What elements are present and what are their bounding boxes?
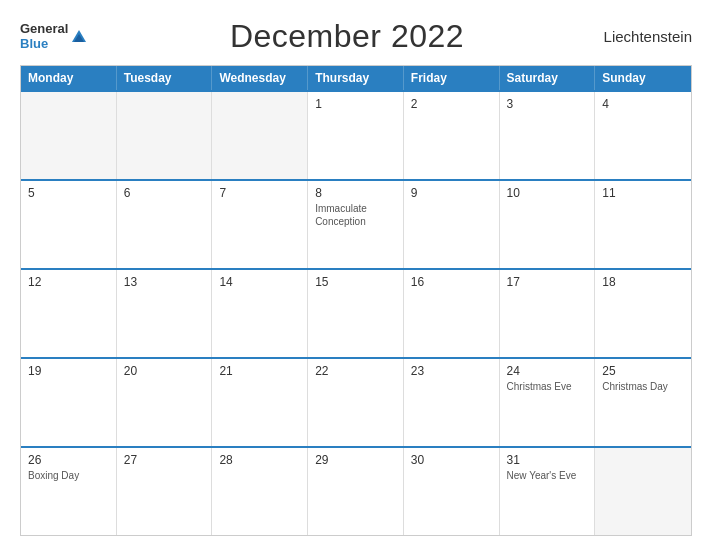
column-header-sunday: Sunday bbox=[595, 66, 691, 90]
day-cell: 22 bbox=[308, 359, 404, 446]
day-number: 13 bbox=[124, 275, 205, 289]
country: Liechtenstein bbox=[604, 28, 692, 45]
day-cell: 20 bbox=[117, 359, 213, 446]
column-header-wednesday: Wednesday bbox=[212, 66, 308, 90]
day-number: 2 bbox=[411, 97, 492, 111]
event-label: New Year's Eve bbox=[507, 469, 588, 482]
column-header-friday: Friday bbox=[404, 66, 500, 90]
week-row-4: 192021222324Christmas Eve25Christmas Day bbox=[21, 357, 691, 446]
day-cell: 10 bbox=[500, 181, 596, 268]
day-number: 11 bbox=[602, 186, 684, 200]
column-header-monday: Monday bbox=[21, 66, 117, 90]
day-number: 24 bbox=[507, 364, 588, 378]
logo-icon bbox=[70, 28, 88, 46]
day-cell bbox=[595, 448, 691, 535]
logo-text-stack: General Blue bbox=[20, 22, 68, 51]
day-cell: 23 bbox=[404, 359, 500, 446]
day-number: 17 bbox=[507, 275, 588, 289]
event-label: Christmas Eve bbox=[507, 380, 588, 393]
day-cell bbox=[117, 92, 213, 179]
day-number: 21 bbox=[219, 364, 300, 378]
week-row-1: 1234 bbox=[21, 90, 691, 179]
day-cell: 29 bbox=[308, 448, 404, 535]
day-cell: 2 bbox=[404, 92, 500, 179]
logo: General Blue bbox=[20, 22, 90, 51]
day-number: 12 bbox=[28, 275, 109, 289]
day-cell: 6 bbox=[117, 181, 213, 268]
day-number: 16 bbox=[411, 275, 492, 289]
day-number: 6 bbox=[124, 186, 205, 200]
week-row-5: 26Boxing Day2728293031New Year's Eve bbox=[21, 446, 691, 535]
logo-blue: Blue bbox=[20, 37, 68, 51]
day-cell: 12 bbox=[21, 270, 117, 357]
day-cell: 30 bbox=[404, 448, 500, 535]
day-number: 4 bbox=[602, 97, 684, 111]
day-cell: 15 bbox=[308, 270, 404, 357]
day-cell: 18 bbox=[595, 270, 691, 357]
calendar-grid: MondayTuesdayWednesdayThursdayFridaySatu… bbox=[20, 65, 692, 536]
day-cell: 1 bbox=[308, 92, 404, 179]
day-cell: 4 bbox=[595, 92, 691, 179]
day-cell: 13 bbox=[117, 270, 213, 357]
day-number: 5 bbox=[28, 186, 109, 200]
day-cell: 3 bbox=[500, 92, 596, 179]
day-number: 28 bbox=[219, 453, 300, 467]
day-number: 1 bbox=[315, 97, 396, 111]
day-number: 18 bbox=[602, 275, 684, 289]
day-number: 26 bbox=[28, 453, 109, 467]
weeks-container: 12345678Immaculate Conception91011121314… bbox=[21, 90, 691, 535]
day-number: 29 bbox=[315, 453, 396, 467]
day-cell: 7 bbox=[212, 181, 308, 268]
day-cell: 9 bbox=[404, 181, 500, 268]
column-header-tuesday: Tuesday bbox=[117, 66, 213, 90]
day-cell: 19 bbox=[21, 359, 117, 446]
day-number: 31 bbox=[507, 453, 588, 467]
day-cell: 16 bbox=[404, 270, 500, 357]
event-label: Christmas Day bbox=[602, 380, 684, 393]
day-number: 19 bbox=[28, 364, 109, 378]
day-number: 15 bbox=[315, 275, 396, 289]
event-label: Immaculate Conception bbox=[315, 202, 396, 228]
day-cell: 21 bbox=[212, 359, 308, 446]
day-cell bbox=[212, 92, 308, 179]
week-row-3: 12131415161718 bbox=[21, 268, 691, 357]
day-number: 25 bbox=[602, 364, 684, 378]
day-cell: 24Christmas Eve bbox=[500, 359, 596, 446]
day-number: 14 bbox=[219, 275, 300, 289]
day-number: 23 bbox=[411, 364, 492, 378]
day-cell: 26Boxing Day bbox=[21, 448, 117, 535]
day-number: 7 bbox=[219, 186, 300, 200]
day-cell: 14 bbox=[212, 270, 308, 357]
day-number: 27 bbox=[124, 453, 205, 467]
day-cell: 28 bbox=[212, 448, 308, 535]
day-number: 8 bbox=[315, 186, 396, 200]
day-number: 10 bbox=[507, 186, 588, 200]
day-number: 30 bbox=[411, 453, 492, 467]
month-title: December 2022 bbox=[230, 18, 464, 55]
day-cell: 11 bbox=[595, 181, 691, 268]
day-number: 3 bbox=[507, 97, 588, 111]
column-headers: MondayTuesdayWednesdayThursdayFridaySatu… bbox=[21, 66, 691, 90]
day-cell: 17 bbox=[500, 270, 596, 357]
day-cell: 5 bbox=[21, 181, 117, 268]
day-cell: 31New Year's Eve bbox=[500, 448, 596, 535]
event-label: Boxing Day bbox=[28, 469, 109, 482]
day-number: 20 bbox=[124, 364, 205, 378]
header: General Blue December 2022 Liechtenstein bbox=[20, 18, 692, 55]
day-cell: 25Christmas Day bbox=[595, 359, 691, 446]
column-header-thursday: Thursday bbox=[308, 66, 404, 90]
day-cell bbox=[21, 92, 117, 179]
calendar-page: General Blue December 2022 Liechtenstein… bbox=[0, 0, 712, 550]
logo-general: General bbox=[20, 22, 68, 36]
day-cell: 8Immaculate Conception bbox=[308, 181, 404, 268]
week-row-2: 5678Immaculate Conception91011 bbox=[21, 179, 691, 268]
day-number: 9 bbox=[411, 186, 492, 200]
day-cell: 27 bbox=[117, 448, 213, 535]
day-number: 22 bbox=[315, 364, 396, 378]
column-header-saturday: Saturday bbox=[500, 66, 596, 90]
